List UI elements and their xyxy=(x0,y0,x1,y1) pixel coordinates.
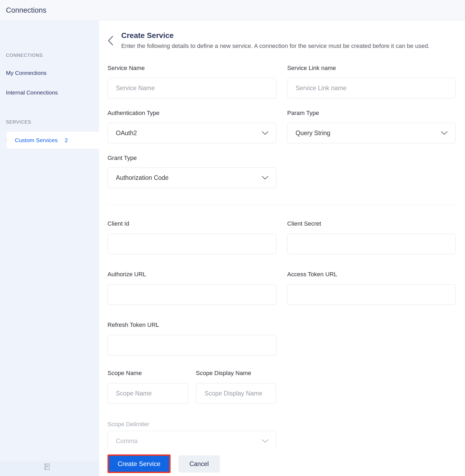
chevron-down-icon xyxy=(262,131,269,135)
sidebar-footer xyxy=(0,461,99,476)
scope-display-name-label: Scope Display Name xyxy=(196,370,251,377)
client-id-input[interactable] xyxy=(107,234,276,254)
sidebar-section-services: SERVICES xyxy=(6,120,31,125)
service-name-input[interactable] xyxy=(107,78,276,98)
param-type-value: Query String xyxy=(296,130,330,137)
cancel-button[interactable]: Cancel xyxy=(178,455,220,472)
app-header: Connections xyxy=(0,0,465,20)
authentication-type-value: OAuth2 xyxy=(116,130,137,137)
form-action-bar: Create Service Cancel xyxy=(99,449,465,476)
create-service-button-highlight: Create Service xyxy=(107,454,171,473)
client-secret-label: Client Secret xyxy=(287,220,321,227)
scope-name-input[interactable] xyxy=(107,383,188,404)
authorize-url-label: Authorize URL xyxy=(107,271,146,278)
custom-services-count-badge: 2 xyxy=(65,132,68,149)
scope-delimiter-value: Comma xyxy=(116,438,138,445)
sidebar-item-internal-connections[interactable]: Internal Connections xyxy=(6,89,58,96)
sidebar: CONNECTIONS My Connections Internal Conn… xyxy=(0,20,99,476)
refresh-token-url-label: Refresh Token URL xyxy=(107,321,159,328)
page-subtitle: Enter the following details to define a … xyxy=(121,43,430,50)
main-content: Create Service Enter the following detai… xyxy=(99,20,465,476)
authorize-url-input[interactable] xyxy=(107,284,276,305)
service-name-label: Service Name xyxy=(107,65,145,72)
page-title: Create Service xyxy=(121,31,174,40)
scope-display-name-input[interactable] xyxy=(196,383,276,404)
scope-delimiter-label: Scope Delimiter xyxy=(107,421,149,428)
param-type-select[interactable]: Query String xyxy=(287,123,456,143)
client-id-label: Client Id xyxy=(107,220,129,227)
authentication-type-select[interactable]: OAuth2 xyxy=(107,123,276,143)
sidebar-item-my-connections[interactable]: My Connections xyxy=(6,70,47,76)
service-link-name-input[interactable] xyxy=(287,78,456,98)
grant-type-value: Authorization Code xyxy=(116,174,169,181)
chevron-down-icon xyxy=(441,131,448,135)
refresh-token-url-input[interactable] xyxy=(107,335,276,355)
chevron-left-icon xyxy=(107,35,114,46)
grant-type-select[interactable]: Authorization Code xyxy=(107,167,276,188)
create-service-button[interactable]: Create Service xyxy=(109,456,169,472)
sidebar-item-custom-services[interactable]: Custom Services 2 xyxy=(6,132,99,149)
section-divider xyxy=(107,205,456,205)
access-token-url-input[interactable] xyxy=(287,284,456,305)
scope-delimiter-select[interactable]: Comma xyxy=(107,431,276,451)
param-type-label: Param Type xyxy=(287,110,319,117)
docs-panel-icon[interactable] xyxy=(44,464,50,470)
client-secret-input[interactable] xyxy=(287,234,456,254)
sidebar-item-label: Custom Services xyxy=(15,132,58,149)
scope-name-label: Scope Name xyxy=(107,370,142,377)
app-title: Connections xyxy=(6,0,46,20)
grant-type-label: Grant Type xyxy=(107,155,137,162)
access-token-url-label: Access Token URL xyxy=(287,271,337,278)
chevron-down-icon xyxy=(262,439,269,443)
chevron-down-icon xyxy=(262,176,269,180)
service-link-name-label: Service Link name xyxy=(287,65,336,72)
authentication-type-label: Authentication Type xyxy=(107,110,159,117)
back-button[interactable] xyxy=(107,35,117,48)
sidebar-section-connections: CONNECTIONS xyxy=(6,53,43,58)
